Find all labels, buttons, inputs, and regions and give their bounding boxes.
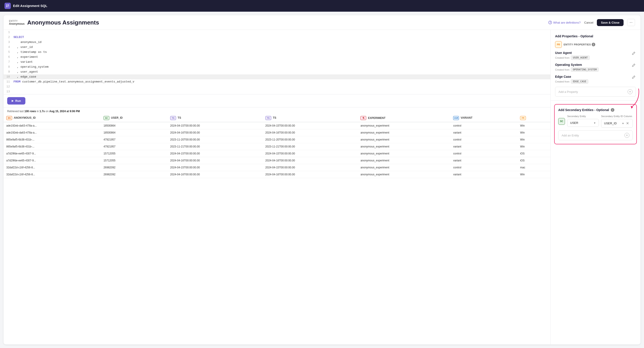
cell-ts2: 2024-04-15T00:00:00.00 bbox=[263, 122, 358, 129]
results-info: Retrieved last 100 rows in 1.7s on Aug 1… bbox=[4, 107, 550, 114]
secondary-entity-dropdown[interactable]: USER ▼ bbox=[567, 119, 599, 127]
help-icon: ? bbox=[548, 21, 552, 24]
secondary-entity-id-dropdown[interactable]: USER_ID ▼ ✕ bbox=[601, 119, 633, 128]
col-header-user-id: SC USER_ID bbox=[101, 114, 168, 122]
cell-variant: variant bbox=[450, 171, 517, 178]
cell-variant: variant bbox=[450, 157, 517, 164]
cell-anonymous-id: 865e9af5-6b38-431b-... bbox=[4, 143, 101, 150]
sql-editor[interactable]: 1 2SELECT 3 anonymous_id 4 , user_id 5 ,… bbox=[4, 30, 550, 94]
logo-icon bbox=[4, 3, 11, 9]
table-header-row: EN ANONYMOUS_ID SC USER_ID T bbox=[4, 114, 550, 122]
line-7: 7 , variant bbox=[4, 60, 550, 65]
cell-ts2: 2024-04-16T00:00:00.00 bbox=[263, 171, 358, 178]
prop-source-user-agent: Created from USER_AGENT bbox=[555, 56, 590, 60]
property-item-operating-system: Operating System Created from OPERATING_… bbox=[555, 63, 636, 72]
header-left: ENTITY Anonymous Anonymous Assignments bbox=[9, 19, 99, 26]
table-row: ade192eb-da63-478a-a... 18500864 2024-04… bbox=[4, 122, 550, 129]
col-header-variant: VAR VARIANT bbox=[450, 114, 517, 122]
pr-badge: PR bbox=[555, 41, 562, 48]
save-button[interactable]: Save & Close bbox=[597, 19, 623, 26]
secondary-info-icon: i bbox=[611, 108, 614, 112]
entity-props-label: ENTITY PROPERTIES i bbox=[564, 43, 595, 46]
line-1: 1 bbox=[4, 30, 550, 35]
run-area: ▶ Run bbox=[4, 94, 550, 107]
edit-property-os[interactable] bbox=[632, 63, 636, 68]
property-info-operating-system: Operating System Created from OPERATING_… bbox=[555, 63, 599, 72]
cancel-button[interactable]: Cancel bbox=[584, 21, 593, 24]
property-item-user-agent: User Agent Created from USER_AGENT bbox=[555, 51, 636, 60]
cell-anonymous-id: 32daf22d-c16f-4256-8... bbox=[4, 171, 101, 178]
table-row: a7d29fde-ee65-4307-9... 15712055 2024-04… bbox=[4, 157, 550, 164]
add-entity-icon: + bbox=[624, 133, 630, 138]
cell-user-id: 18500864 bbox=[101, 129, 168, 136]
line-5: 5 , timestamp as ts bbox=[4, 50, 550, 55]
cell-anonymous-id: a7d29fde-ee65-4307-9... bbox=[4, 157, 101, 164]
svg-rect-1 bbox=[8, 5, 9, 6]
entity-name: Anonymous bbox=[9, 22, 24, 25]
add-entity-row[interactable]: Add an Entity + bbox=[558, 130, 633, 140]
main-wrapper: ENTITY Anonymous Anonymous Assignments ?… bbox=[0, 12, 644, 348]
cell-ts2: 2024-04-16T00:00:00.00 bbox=[263, 157, 358, 164]
secondary-entity-id-chevron: ▼ bbox=[622, 122, 624, 125]
svg-rect-3 bbox=[8, 6, 9, 7]
right-panel: Add Properties - Optional PR ENTITY PROP… bbox=[550, 30, 640, 344]
line-10: 10 , edge_case bbox=[4, 74, 550, 79]
edit-property-edge-case[interactable] bbox=[632, 75, 636, 80]
add-properties-title: Add Properties - Optional bbox=[555, 34, 636, 38]
results-table-wrap[interactable]: EN ANONYMOUS_ID SC USER_ID T bbox=[4, 114, 550, 344]
cell-experiment: anonymous_experiment bbox=[358, 122, 450, 129]
prop-source-label-user-agent: Created from bbox=[555, 56, 570, 59]
table-row: ade192eb-da63-478a-a... 18500864 2024-04… bbox=[4, 129, 550, 136]
cell-user-id: 18500864 bbox=[101, 122, 168, 129]
cell-ts1: 2024-04-15T00:00:00.00 bbox=[168, 150, 263, 157]
cell-variant: control bbox=[450, 164, 517, 171]
secondary-entity-label: Secondary Entity bbox=[567, 115, 599, 118]
line-13: 13 bbox=[4, 89, 550, 94]
cell-experiment: anonymous_experiment bbox=[358, 150, 450, 157]
cell-anonymous-id: 865e9af5-6b38-431b-... bbox=[4, 136, 101, 143]
secondary-entity-col: Secondary Entity USER ▼ bbox=[567, 115, 599, 128]
secondary-entity-id-value: USER_ID bbox=[604, 122, 616, 125]
entity-section-label: ENTITY bbox=[9, 20, 24, 22]
help-link[interactable]: ? What are definitions? bbox=[548, 21, 581, 24]
cell-ts2: 2024-04-15T00:00:00.00 bbox=[263, 164, 358, 171]
sc-badge: SC bbox=[558, 118, 565, 125]
remove-secondary-entity-button[interactable]: ✕ bbox=[625, 121, 630, 125]
badge-en: EN bbox=[6, 116, 12, 120]
edit-property-user-agent[interactable] bbox=[632, 51, 636, 56]
help-label: What are definitions? bbox=[553, 21, 581, 24]
property-item-edge-case: Edge Case Created from EDGE_CASE bbox=[555, 75, 636, 84]
add-property-row[interactable]: Add a Property + bbox=[555, 87, 636, 97]
run-button[interactable]: ▶ Run bbox=[7, 97, 25, 105]
cell-ts2: 2024-04-16T00:00:00.00 bbox=[263, 129, 358, 136]
app-title: Edit Assignment SQL bbox=[13, 4, 48, 8]
cell-anonymous-id: ade192eb-da63-478a-a... bbox=[4, 122, 101, 129]
add-properties-section: Add Properties - Optional PR ENTITY PROP… bbox=[550, 30, 640, 100]
cell-ts1: 2024-04-16T00:00:00.00 bbox=[168, 129, 263, 136]
badge-sc: SC bbox=[104, 116, 109, 120]
cell-anonymous-id: ade192eb-da63-478a-a... bbox=[4, 129, 101, 136]
line-11: 11FROM customer_db.pipeline_test.anonymo… bbox=[4, 79, 550, 84]
line-4: 4 , user_id bbox=[4, 45, 550, 50]
secondary-entity-chevron: ▼ bbox=[594, 122, 596, 124]
badge-ts-2: TS bbox=[266, 116, 271, 120]
table-row: 32daf22d-c16f-4256-8... 26982092 2024-04… bbox=[4, 164, 550, 171]
col-header-experiment: ⚗ EXPERIMENT bbox=[358, 114, 450, 122]
cell-experiment: anonymous_experiment bbox=[358, 136, 450, 143]
cell-user-id: 15712055 bbox=[101, 150, 168, 157]
editor-container: ENTITY Anonymous Anonymous Assignments ?… bbox=[4, 15, 640, 344]
cell-variant: control bbox=[450, 150, 517, 157]
header-right: ? What are definitions? Cancel Save & Cl… bbox=[548, 19, 635, 26]
cell-pr: Win bbox=[517, 122, 550, 129]
cell-user-id: 26982092 bbox=[101, 171, 168, 178]
sql-panel: 1 2SELECT 3 anonymous_id 4 , user_id 5 ,… bbox=[4, 30, 550, 344]
secondary-entity-id-label: Secondary Entity ID Column bbox=[601, 115, 633, 118]
secondary-entities-section: Add Secondary Entities - Optional i SC S… bbox=[554, 104, 637, 144]
cell-pr: Win bbox=[517, 143, 550, 150]
svg-text:?: ? bbox=[550, 21, 551, 24]
add-entity-placeholder: Add an Entity bbox=[562, 134, 579, 137]
cell-pr: Win bbox=[517, 129, 550, 136]
property-info-user-agent: User Agent Created from USER_AGENT bbox=[555, 51, 590, 60]
line-2: 2SELECT bbox=[4, 35, 550, 40]
more-options-button[interactable]: ··· bbox=[627, 19, 635, 26]
